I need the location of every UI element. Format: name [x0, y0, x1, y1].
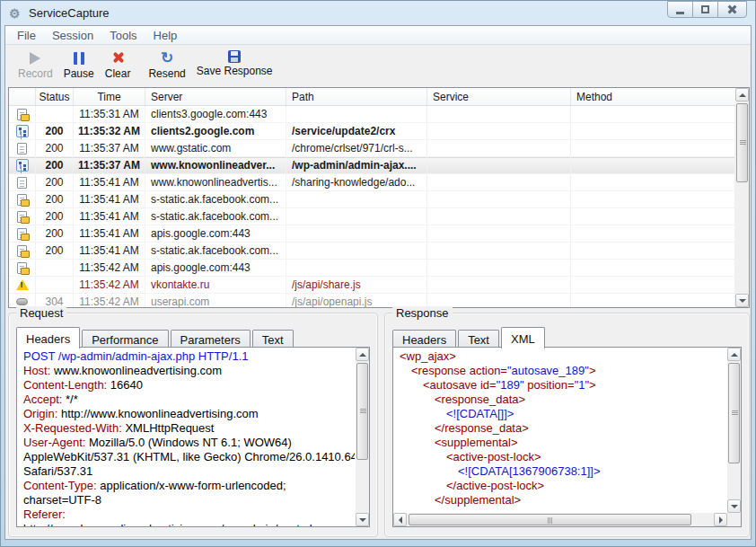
table-row[interactable]: 11:35:42 AMapis.google.com:443 [9, 260, 735, 277]
xml-tree-icon [16, 125, 29, 137]
pause-button[interactable]: Pause [58, 49, 100, 82]
response-panel-title: Response [392, 306, 453, 320]
minimize-button[interactable] [667, 1, 693, 18]
cell-server: vkontakte.ru [145, 277, 286, 294]
response-hscrollbar[interactable] [393, 513, 727, 526]
scroll-thumb[interactable] [736, 103, 748, 182]
response-textarea[interactable]: <wp_ajax><response action="autosave_189"… [392, 347, 742, 527]
request-tabs: HeadersPerformanceParametersText [16, 326, 295, 348]
cell-path [286, 225, 427, 243]
cell-time: 11:35:42 AM [74, 294, 145, 307]
cell-server: clients3.google.com:443 [145, 106, 286, 123]
menu-bar: FileSessionToolsHelp [5, 26, 751, 45]
table-row[interactable]: 11:35:31 AMclients3.google.com:443 [9, 106, 735, 123]
code-line: <![CDATA[1367906738:1]]> [400, 464, 726, 479]
cell-time: 11:35:31 AM [74, 106, 145, 123]
cell-path [286, 106, 427, 123]
column-header-time[interactable]: Time [74, 88, 145, 105]
code-line: <active-post-lock> [400, 450, 726, 464]
row-icon-cell [9, 140, 36, 157]
row-icon-cell [9, 123, 36, 140]
menu-tools[interactable]: Tools [101, 27, 145, 44]
scroll-down-button[interactable] [735, 294, 749, 307]
scroll-down-button[interactable] [356, 513, 369, 526]
tab-text[interactable]: Text [458, 330, 499, 348]
cell-path [286, 191, 427, 208]
cell-server: www.knowonlineadvertis... [145, 174, 286, 191]
table-row[interactable]: 30411:35:42 AMuserapi.com/js/api/openapi… [9, 294, 735, 307]
code-line: Origin: http://www.knowonlineadvertising… [23, 407, 355, 421]
row-icon-cell [9, 277, 36, 294]
tab-headers[interactable]: Headers [16, 327, 80, 348]
response-vscrollbar[interactable] [727, 348, 741, 513]
record-icon [30, 50, 40, 66]
menu-session[interactable]: Session [44, 27, 101, 44]
cell-path: /chrome/crlset/971/crl-s... [286, 140, 427, 157]
code-line: <supplemental> [400, 436, 726, 450]
table-row[interactable]: 20011:35:41 AMwww.knowonlineadvertis.../… [9, 174, 735, 191]
cached-icon [16, 298, 28, 305]
cell-path: /sharing-knowledge/ado... [286, 174, 427, 191]
table-row[interactable]: 20011:35:41 AMapis.google.com:443 [9, 225, 735, 243]
column-header-method[interactable]: Method [571, 88, 749, 105]
scroll-up-button[interactable] [735, 88, 749, 101]
scroll-left-button[interactable] [393, 513, 407, 526]
cell-method [571, 191, 735, 208]
scroll-right-button[interactable] [714, 513, 727, 526]
cell-time: 11:35:42 AM [74, 260, 145, 277]
document-lock-icon [17, 194, 27, 206]
scroll-thumb[interactable] [356, 363, 368, 460]
scroll-thumb[interactable] [409, 514, 691, 525]
save-response-button[interactable]: Save Response [191, 49, 278, 79]
table-row[interactable]: 20011:35:41 AMs-static.ak.facebook.com..… [9, 191, 735, 208]
cell-server: s-static.ak.facebook.com... [145, 208, 286, 225]
toolbar-button-label: Record [18, 67, 53, 80]
column-header-server[interactable]: Server [145, 88, 286, 105]
scrollbar-corner [727, 513, 741, 526]
scroll-up-button[interactable] [727, 348, 741, 361]
menu-help[interactable]: Help [145, 27, 186, 44]
tab-xml[interactable]: XML [501, 327, 545, 348]
cell-method [571, 106, 735, 123]
table-row[interactable]: 11:35:42 AMvkontakte.ru/js/api/share.js [9, 277, 735, 294]
scroll-up-button[interactable] [356, 348, 369, 361]
tab-text[interactable]: Text [252, 330, 294, 348]
tab-parameters[interactable]: Parameters [171, 330, 251, 348]
request-vscrollbar[interactable] [356, 348, 369, 526]
minimize-icon [676, 12, 684, 14]
table-row[interactable]: 20011:35:32 AMclients2.google.com/servic… [9, 123, 735, 140]
cell-method [571, 208, 735, 225]
record-button[interactable]: Record [13, 49, 58, 82]
table-rows: 11:35:31 AMclients3.google.com:44320011:… [9, 106, 735, 307]
document-lock-icon [17, 228, 27, 240]
request-textarea[interactable]: POST /wp-admin/admin-ajax.php HTTP/1.1Ho… [16, 347, 370, 527]
table-row[interactable]: 20011:35:37 AMwww.gstatic.com/chrome/crl… [9, 140, 735, 157]
cell-service [427, 174, 571, 191]
table-row[interactable]: 20011:35:41 AMs-static.ak.facebook.com..… [9, 243, 735, 260]
title-bar[interactable]: ServiceCapture [1, 1, 755, 25]
column-header-status[interactable]: Status [36, 88, 74, 105]
clear-button[interactable]: Clear [100, 49, 136, 82]
table-row[interactable]: 20011:35:37 AMwww.knowonlineadver.../wp-… [9, 157, 735, 174]
column-header-service[interactable]: Service [427, 88, 571, 105]
code-line: <autosave id="189" position="1"> [400, 378, 726, 393]
column-header-path[interactable]: Path [286, 88, 427, 105]
menu-file[interactable]: File [9, 27, 44, 44]
table-vscrollbar[interactable] [735, 88, 749, 307]
clear-icon [111, 50, 125, 66]
scroll-down-button[interactable] [727, 499, 741, 513]
scroll-thumb[interactable] [728, 363, 740, 463]
tab-headers[interactable]: Headers [392, 330, 456, 348]
tab-performance[interactable]: Performance [82, 330, 168, 348]
table-row[interactable]: 20011:35:41 AMs-static.ak.facebook.com..… [9, 208, 735, 225]
maximize-button[interactable] [692, 1, 718, 18]
close-button[interactable] [717, 1, 747, 18]
app-icon [9, 6, 23, 21]
cell-method [571, 260, 735, 277]
response-panel: Response HeadersTextXML <wp_ajax><respon… [384, 313, 750, 537]
maximize-icon [701, 5, 709, 13]
code-line: Accept: */* [23, 393, 355, 407]
resend-button[interactable]: Resend [143, 49, 190, 82]
toolbar: RecordPauseClearResendSave Response [5, 45, 751, 86]
cell-service [427, 260, 571, 277]
